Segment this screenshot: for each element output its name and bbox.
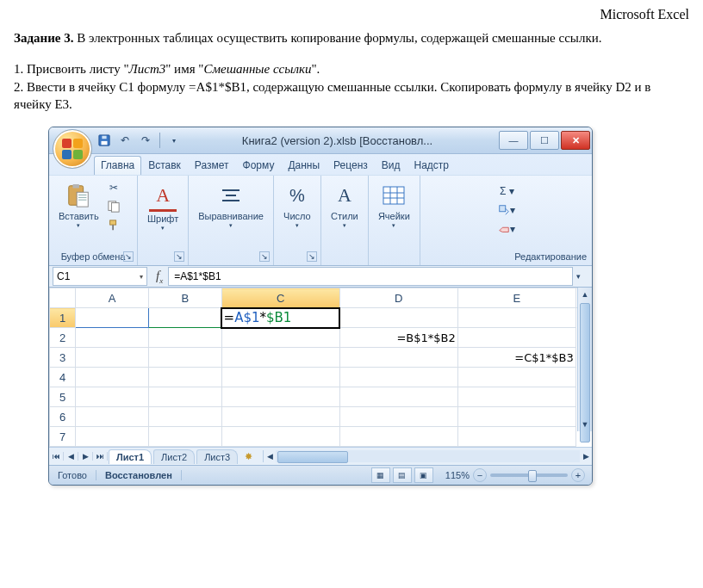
launcher-icon[interactable]: ↘ (174, 251, 184, 262)
ribbon-tabs: Главна Вставк Размет Форму Данны Реценз … (94, 154, 592, 175)
tab-home[interactable]: Главна (94, 156, 141, 175)
chevron-down-icon[interactable]: ▾ (140, 273, 143, 281)
row-header[interactable]: 3 (50, 348, 76, 368)
group-cells: Ячейки ▾ (369, 176, 420, 265)
col-header[interactable]: E (457, 288, 575, 308)
scroll-left-icon[interactable]: ◀ (264, 452, 276, 461)
cell[interactable] (76, 328, 149, 348)
quick-access-toolbar: ↶ ↷ ▾ (96, 132, 183, 149)
zoom-in-icon[interactable]: + (571, 468, 585, 482)
tab-view[interactable]: Вид (375, 156, 407, 175)
sheet-tab[interactable]: Лист1 (109, 449, 152, 464)
col-header[interactable]: A (76, 288, 149, 308)
new-sheet-icon[interactable]: ✸ (239, 451, 258, 462)
minimize-button[interactable]: — (499, 131, 528, 150)
cell[interactable] (339, 308, 457, 328)
cells-icon (380, 182, 407, 209)
cell[interactable] (76, 308, 149, 328)
redo-icon[interactable]: ↷ (137, 132, 154, 149)
task-text: В электронных таблицах осуществить копир… (73, 31, 601, 45)
view-normal-icon[interactable]: ▦ (371, 467, 390, 483)
cell-e3[interactable]: =C$1*$B3 (457, 348, 575, 368)
percent-icon: % (283, 182, 311, 209)
cell[interactable] (221, 348, 339, 368)
cell[interactable] (148, 348, 221, 368)
scroll-right-icon[interactable]: ▶ (580, 452, 592, 461)
maximize-button[interactable]: ☐ (530, 131, 559, 150)
scroll-down-icon[interactable]: ▼ (578, 418, 592, 431)
cell[interactable] (221, 328, 339, 348)
ribbon: Главна Вставк Размет Форму Данны Реценз … (49, 154, 592, 266)
cell[interactable] (457, 308, 575, 328)
close-button[interactable]: ✕ (561, 131, 590, 150)
status-recovered: Восстановлен (96, 470, 182, 480)
row-header[interactable]: 5 (50, 387, 76, 407)
tab-review[interactable]: Реценз (327, 156, 375, 175)
formula-input[interactable]: =A$1*$B1 (168, 267, 573, 286)
view-pagebreak-icon[interactable]: ▣ (414, 467, 433, 483)
cell[interactable] (76, 348, 149, 368)
row-header[interactable]: 6 (50, 407, 76, 427)
row-header[interactable]: 2 (50, 328, 76, 348)
zoom-out-icon[interactable]: − (473, 468, 487, 482)
office-button[interactable] (53, 129, 92, 169)
expand-formula-icon[interactable]: ▾ (576, 272, 588, 281)
scroll-thumb[interactable] (277, 451, 348, 463)
undo-icon[interactable]: ↶ (116, 132, 134, 149)
svg-rect-4 (73, 184, 80, 189)
col-header[interactable]: C (221, 288, 339, 308)
sheet-tab[interactable]: Лист3 (196, 449, 238, 464)
clear-icon[interactable]: ▾ (427, 220, 587, 238)
save-icon[interactable] (96, 132, 113, 149)
status-bar: Готово Восстановлен ▦ ▤ ▣ 115% − + (49, 465, 592, 485)
row-header[interactable]: 1 (50, 308, 76, 328)
zoom-slider[interactable] (490, 473, 568, 477)
view-pagelayout-icon[interactable]: ▤ (393, 467, 412, 483)
launcher-icon[interactable]: ↘ (259, 251, 270, 262)
svg-rect-6 (78, 195, 86, 195)
styles-icon: A (331, 182, 358, 209)
svg-rect-10 (111, 203, 119, 213)
fill-icon[interactable]: ▾ (427, 201, 587, 219)
tab-insert[interactable]: Вставк (141, 156, 188, 175)
vertical-scrollbar[interactable]: ▲ ▼ (577, 288, 592, 431)
qat-customize-icon[interactable]: ▾ (165, 132, 183, 149)
zoom-level[interactable]: 115% (445, 470, 470, 480)
launcher-icon[interactable]: ↘ (307, 251, 317, 262)
col-header[interactable]: B (148, 288, 221, 308)
horizontal-scrollbar[interactable]: ◀ ▶ (263, 450, 592, 462)
col-header[interactable]: D (339, 288, 457, 308)
scroll-up-icon[interactable]: ▲ (578, 288, 592, 301)
fx-icon[interactable]: fx (156, 269, 163, 285)
title-bar: ↶ ↷ ▾ Книга2 (version 2).xlsb [Восстанов… (49, 127, 592, 154)
group-styles: A Стили ▾ (321, 176, 369, 265)
cell[interactable] (457, 328, 575, 348)
svg-rect-21 (500, 206, 506, 212)
svg-rect-8 (78, 200, 86, 201)
cell-c1[interactable]: =A$1*$B1 (221, 308, 339, 328)
sheet-nav-prev-icon[interactable]: ◀ (64, 452, 78, 461)
cell[interactable] (148, 328, 221, 348)
format-painter-icon[interactable] (105, 217, 122, 234)
row-header[interactable]: 4 (50, 368, 76, 387)
row-header[interactable]: 7 (50, 427, 76, 447)
cut-icon[interactable]: ✂ (105, 179, 122, 196)
name-box[interactable]: C1 ▾ (53, 267, 147, 286)
cell-d2[interactable]: =B$1*$B2 (339, 328, 457, 348)
tab-addins[interactable]: Надстр (407, 156, 457, 175)
sheet-nav-last-icon[interactable]: ⏭ (93, 452, 108, 461)
tab-data[interactable]: Данны (281, 156, 327, 175)
tab-formulas[interactable]: Форму (236, 156, 282, 175)
sheet-tab[interactable]: Лист2 (153, 449, 195, 464)
svg-rect-1 (102, 141, 108, 145)
task-paragraph: Задание 3. В электронных таблицах осущес… (14, 29, 689, 46)
copy-icon[interactable] (105, 198, 122, 215)
cell[interactable] (339, 348, 457, 368)
autosum-icon[interactable]: Σ ▾ (427, 183, 587, 200)
select-all-button[interactable] (50, 288, 76, 308)
launcher-icon[interactable]: ↘ (123, 251, 134, 262)
sheet-nav-first-icon[interactable]: ⏮ (49, 452, 64, 461)
cell[interactable] (148, 308, 221, 328)
tab-layout[interactable]: Размет (188, 156, 236, 175)
sheet-nav-next-icon[interactable]: ▶ (78, 452, 93, 461)
